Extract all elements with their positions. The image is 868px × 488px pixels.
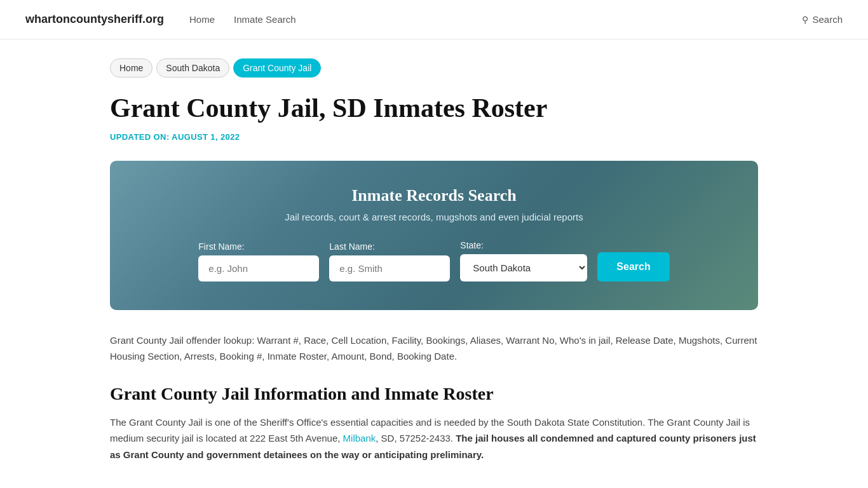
search-form: First Name: Last Name: State: AlabamaAla… [148, 240, 720, 281]
breadcrumb: Home South Dakota Grant County Jail [110, 58, 758, 78]
state-group: State: AlabamaAlaskaArizonaArkansasCalif… [460, 240, 587, 281]
first-name-label: First Name: [198, 241, 244, 252]
state-select[interactable]: AlabamaAlaskaArizonaArkansasCaliforniaCo… [460, 254, 587, 281]
nav-search-label: Search [812, 14, 843, 25]
description-text: Grant County Jail offender lookup: Warra… [110, 333, 758, 365]
search-box-subtitle: Jail records, court & arrest records, mu… [148, 212, 720, 222]
search-box-title: Inmate Records Search [148, 186, 720, 205]
first-name-input[interactable] [198, 255, 319, 281]
breadcrumb-south-dakota[interactable]: South Dakota [156, 58, 229, 78]
breadcrumb-grant-county-jail[interactable]: Grant County Jail [233, 58, 321, 78]
first-name-group: First Name: [198, 241, 319, 281]
last-name-input[interactable] [329, 255, 450, 281]
main-content: Home South Dakota Grant County Jail Gran… [85, 39, 783, 488]
last-name-group: Last Name: [329, 241, 450, 281]
updated-label: UPDATED ON: AUGUST 1, 2022 [110, 132, 758, 142]
site-brand[interactable]: whartoncountysheriff.org [25, 13, 164, 26]
breadcrumb-home[interactable]: Home [110, 58, 153, 78]
state-label: State: [460, 240, 484, 250]
inmate-search-box: Inmate Records Search Jail records, cour… [110, 161, 758, 310]
page-title: Grant County Jail, SD Inmates Roster [110, 93, 758, 123]
nav-item-home[interactable]: Home [189, 14, 215, 25]
milbank-link[interactable]: Milbank [343, 433, 376, 444]
navbar: whartoncountysheriff.org Home Inmate Sea… [0, 0, 868, 39]
nav-item-inmate-search[interactable]: Inmate Search [234, 14, 296, 25]
body-paragraph: The Grant County Jail is one of the Sher… [110, 414, 758, 463]
last-name-label: Last Name: [329, 241, 375, 252]
search-icon: ⚲ [802, 15, 808, 25]
nav-home-link[interactable]: Home [189, 14, 215, 25]
nav-search-button[interactable]: ⚲ Search [802, 14, 843, 25]
section-title: Grant County Jail Information and Inmate… [110, 384, 758, 404]
nav-inmate-search-link[interactable]: Inmate Search [234, 14, 296, 25]
nav-links: Home Inmate Search [189, 14, 802, 25]
search-button[interactable]: Search [597, 252, 669, 281]
